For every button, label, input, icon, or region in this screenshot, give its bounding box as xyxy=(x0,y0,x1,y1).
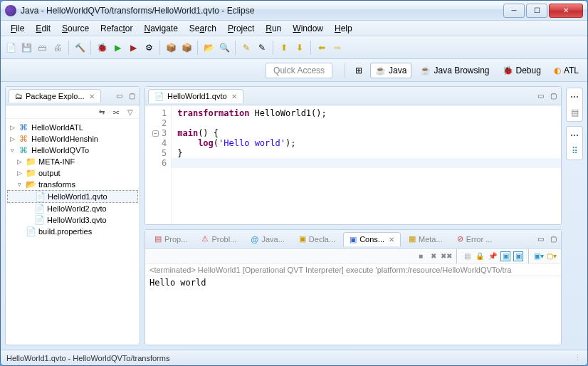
tree-folder[interactable]: ▿📂transforms xyxy=(7,179,138,190)
menu-search[interactable]: Search xyxy=(184,22,222,35)
properties-icon: ▤ xyxy=(154,234,162,244)
right-trim: ⋯ ▤ ⋯ ⠿ xyxy=(566,86,583,345)
back-icon[interactable]: ⬅ xyxy=(315,41,329,55)
fold-icon[interactable]: − xyxy=(152,130,159,137)
menu-bar: File Edit Source Refactor Navigate Searc… xyxy=(1,21,587,36)
tab-metadata[interactable]: ▦Meta... xyxy=(402,231,449,246)
build-icon[interactable]: 🔨 xyxy=(73,41,87,55)
workspace: 🗂 Package Explo... ✕ ▭ ▢ ⇆ ⫘ ▽ ▷⌘HelloWo… xyxy=(1,82,587,350)
search-icon[interactable]: 🔍 xyxy=(217,41,231,55)
menu-help[interactable]: Help xyxy=(329,22,358,35)
new-console-view-icon[interactable]: ▢▾ xyxy=(547,251,557,261)
run-icon[interactable]: ▶ xyxy=(110,41,125,55)
maximize-button[interactable]: ☐ xyxy=(526,4,547,18)
tree-folder[interactable]: ▷📁output xyxy=(7,167,138,179)
code-editor[interactable]: 1 2 −3 4 5 6 transformation HelloWorld1(… xyxy=(145,105,561,224)
tree-file-selected[interactable]: 📄HelloWorld1.qvto xyxy=(7,190,138,203)
close-icon[interactable]: ✕ xyxy=(231,93,237,100)
perspective-java[interactable]: ☕ Java xyxy=(370,63,411,78)
restore-view-icon[interactable]: ⋯ xyxy=(569,91,580,103)
save-icon[interactable]: 💾 xyxy=(19,41,33,55)
minimize-view-icon[interactable]: ▭ xyxy=(114,91,124,101)
menu-run[interactable]: Run xyxy=(260,22,287,35)
javadoc-icon: @ xyxy=(251,235,258,244)
pin-console-icon[interactable]: 📌 xyxy=(488,251,498,261)
tree-file[interactable]: 📄build.properties xyxy=(7,226,138,237)
minimize-button[interactable]: ─ xyxy=(503,4,525,18)
minimize-view-icon[interactable]: ▭ xyxy=(535,234,545,244)
tab-console[interactable]: ▣Cons...✕ xyxy=(343,232,401,246)
perspective-debug[interactable]: 🐞 Debug xyxy=(498,63,545,78)
open-type-icon[interactable]: 📂 xyxy=(201,41,216,55)
minimize-view-icon[interactable]: ▭ xyxy=(535,91,545,101)
terminate-icon[interactable]: ■ xyxy=(416,251,426,261)
remove-all-icon[interactable]: ✖✖ xyxy=(441,251,451,261)
perspective-atl[interactable]: ◐ ATL xyxy=(550,63,583,78)
code-body[interactable]: transformation HelloWorld1(); main() { l… xyxy=(172,105,561,224)
menu-project[interactable]: Project xyxy=(222,22,260,35)
view-menu-icon[interactable]: ▽ xyxy=(125,107,135,117)
tab-declaration[interactable]: ▣Decla... xyxy=(293,231,342,246)
tab-javadoc[interactable]: @Java... xyxy=(244,232,291,246)
tree-file[interactable]: 📄HelloWorld3.qvto xyxy=(7,214,138,226)
annotation-icon[interactable]: ✎ xyxy=(255,41,269,55)
nav-back-annotation-icon[interactable]: ⬆ xyxy=(277,41,291,55)
metadata-icon: ▦ xyxy=(409,234,416,244)
remove-launch-icon[interactable]: ✖ xyxy=(429,251,439,261)
toggle-mark-icon[interactable]: ✎ xyxy=(239,41,253,55)
package-explorer-view: 🗂 Package Explo... ✕ ▭ ▢ ⇆ ⫘ ▽ ▷⌘HelloWo… xyxy=(5,86,140,345)
editor-tab[interactable]: 📄 HelloWorld1.qvto ✕ xyxy=(148,89,243,103)
tree-project[interactable]: ▿⌘HelloWorldQVTo xyxy=(7,145,138,156)
tab-properties[interactable]: ▤Prop... xyxy=(148,231,194,246)
menu-window[interactable]: Window xyxy=(287,22,329,35)
maximize-view-icon[interactable]: ▢ xyxy=(548,234,558,244)
close-button[interactable]: ✕ xyxy=(549,4,583,18)
tree-project[interactable]: ▷⌘HelloWorldHenshin xyxy=(7,133,138,145)
editor-pane: 📄 HelloWorld1.qvto ✕ ▭ ▢ 1 2 −3 4 xyxy=(145,86,562,225)
console-pane: ▤Prop... ⚠Probl... @Java... ▣Decla... ▣C… xyxy=(145,229,562,345)
tree-project[interactable]: ▷⌘HelloWorldATL xyxy=(7,122,138,133)
forward-icon[interactable]: ➡ xyxy=(330,41,345,55)
status-text: HelloWorld1.qvto - HelloWorldQVTo/transf… xyxy=(6,354,169,362)
nav-fwd-annotation-icon[interactable]: ⬇ xyxy=(293,41,307,55)
status-bar: HelloWorld1.qvto - HelloWorldQVTo/transf… xyxy=(1,350,587,365)
perspective-java-browsing[interactable]: ☕ Java Browsing xyxy=(416,63,493,78)
outline-icon[interactable]: ⠿ xyxy=(569,145,580,157)
console-output[interactable]: Hello world xyxy=(145,276,561,345)
problems-icon: ⚠ xyxy=(201,234,209,244)
open-console-icon[interactable]: ▣▾ xyxy=(534,251,544,261)
debug-icon[interactable]: 🐞 xyxy=(95,41,109,55)
restore-view-icon[interactable]: ⋯ xyxy=(569,130,580,141)
open-perspective-icon[interactable]: ⊞ xyxy=(352,63,366,78)
tab-problems[interactable]: ⚠Probl... xyxy=(195,231,243,246)
close-icon[interactable]: ✕ xyxy=(389,236,394,244)
maximize-view-icon[interactable]: ▢ xyxy=(127,91,137,101)
link-editor-icon[interactable]: ⫘ xyxy=(111,107,121,117)
new-icon[interactable]: 📄 xyxy=(4,41,18,55)
scroll-lock-icon[interactable]: 🔒 xyxy=(475,251,485,261)
menu-navigate[interactable]: Navigate xyxy=(138,22,183,35)
close-icon[interactable]: ✕ xyxy=(89,93,95,100)
menu-refactor[interactable]: Refactor xyxy=(95,22,138,35)
eclipse-window: Java - HelloWorldQVTo/transforms/HelloWo… xyxy=(0,0,588,366)
task-list-icon[interactable]: ▤ xyxy=(569,107,580,118)
menu-file[interactable]: File xyxy=(5,22,30,35)
external-tools-icon[interactable]: ⚙ xyxy=(142,41,156,55)
display-selected-icon[interactable]: ▣ xyxy=(500,251,510,261)
menu-edit[interactable]: Edit xyxy=(30,22,56,35)
show-console-icon[interactable]: ▣ xyxy=(513,251,523,261)
save-all-icon[interactable]: 🗃 xyxy=(35,41,49,55)
collapse-all-icon[interactable]: ⇆ xyxy=(97,107,107,117)
new-class-icon[interactable]: 📦 xyxy=(179,41,194,55)
clear-console-icon[interactable]: ▤ xyxy=(462,251,472,261)
print-icon[interactable]: 🖨 xyxy=(51,41,65,55)
tree-folder[interactable]: ▷📁META-INF xyxy=(7,156,138,167)
maximize-view-icon[interactable]: ▢ xyxy=(548,91,558,101)
package-explorer-tab[interactable]: 🗂 Package Explo... ✕ xyxy=(9,89,101,103)
menu-source[interactable]: Source xyxy=(56,22,95,35)
run-last-icon[interactable]: ▶ xyxy=(126,41,140,55)
new-package-icon[interactable]: 📦 xyxy=(164,41,178,55)
quick-access-input[interactable]: Quick Access xyxy=(266,63,332,78)
tab-error[interactable]: ⊘Error ... xyxy=(451,231,499,246)
tree-file[interactable]: 📄HelloWorld2.qvto xyxy=(7,203,138,214)
